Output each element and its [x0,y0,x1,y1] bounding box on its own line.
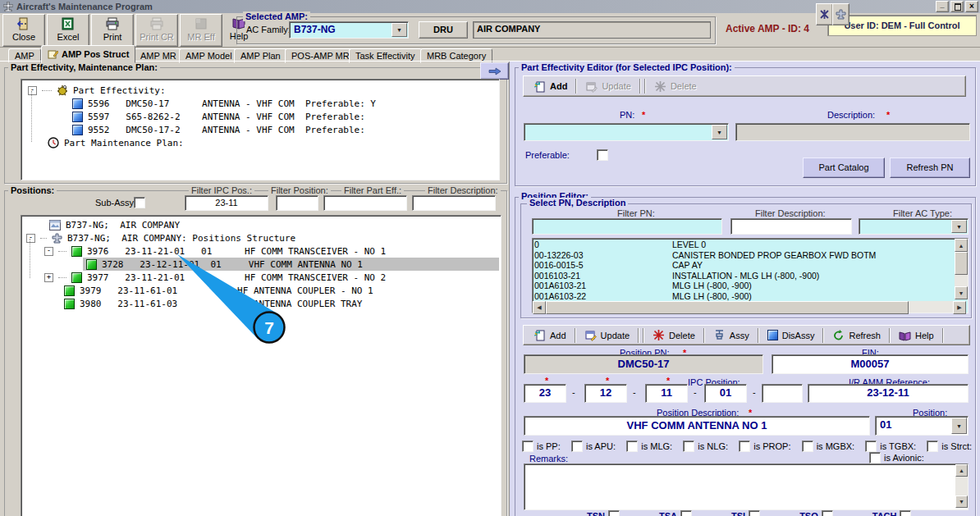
close-window-button[interactable]: × [965,1,978,12]
is-apu-checkbox[interactable] [571,441,583,452]
scroll-up-icon[interactable]: ▲ [955,464,968,477]
list-item[interactable]: 001A6103-21MLG LH (-800, -900) [534,281,953,291]
is-nlg-checkbox[interactable] [683,441,694,452]
is-mgbx-checkbox[interactable] [802,441,813,452]
assy-button[interactable]: Assy [707,327,756,344]
position-combo[interactable]: 01 ▼ [875,416,969,436]
list-item[interactable]: 0016-0015-5CAP AY [534,260,953,271]
tree-row[interactable]: 5597 S65-8262-2 ANTENNA - VHF COM Prefer… [72,110,365,123]
flag-is-strct[interactable]: is Strct: [927,441,972,452]
position-dropdown-icon[interactable]: ▼ [951,418,967,434]
description-field[interactable] [735,123,970,141]
filter-desc-input[interactable] [730,218,852,235]
list-item[interactable]: 0LEVEL 0 [534,240,953,250]
filter-ipc-input[interactable]: 23-11 [185,195,268,211]
update-position-button[interactable]: Update [578,327,636,344]
cutoff-checkbox[interactable] [749,510,760,516]
list-item[interactable]: 00-13226-03CANISTER BONDED PROP GEARBOX … [534,250,953,261]
delete-button[interactable]: Delete [648,78,703,94]
refresh-button[interactable]: Refresh [826,327,887,344]
print-button[interactable]: Print [91,14,134,47]
refresh-pn-button[interactable]: Refresh PN [890,158,970,178]
pn-combo[interactable]: ▼ [524,123,729,141]
cutoff-flag[interactable]: TSN [587,510,620,516]
tree-row[interactable]: - Part Effectivity: [28,84,166,97]
cutoff-flag[interactable]: TSA [659,510,692,516]
restore-button[interactable] [950,1,964,12]
list-item[interactable]: 0016103-21INSTALLATION - MLG LH (-800, -… [534,271,953,281]
flag-is-mlg[interactable]: is MLG: [626,441,672,452]
print-cr-button[interactable]: Print CR [135,14,178,47]
flag-is-nlg[interactable]: is NLG: [683,441,728,452]
help-editor-button[interactable]: Help [892,327,941,344]
filter-part-eff-input[interactable] [323,195,407,211]
remarks-v-scrollbar[interactable]: ▲ ▼ [955,464,968,508]
tree-row[interactable]: B737-NG; AIR COMPANY [49,218,180,231]
is-avionic-checkbox[interactable] [869,452,881,463]
is-strct-checkbox[interactable] [927,441,938,452]
filter-position-input[interactable] [276,195,318,211]
cutoff-checkbox[interactable] [900,510,911,516]
flag-is-tgbx[interactable]: is TGBX: [865,441,916,452]
tree-row[interactable]: 9552 DMC50-17-2 ANTENNA - VHF COM Prefer… [72,123,365,136]
filter-description-input[interactable] [412,195,496,211]
mr-eff-button[interactable]: MR Eff [180,14,222,47]
close-button[interactable]: Close [2,14,45,47]
flag-is-prop[interactable]: is PROP: [739,441,790,452]
mdi-tool-button-2[interactable] [832,3,849,25]
v-scrollbar[interactable]: ▲ ▼ [955,239,968,299]
excel-button[interactable]: Excel [47,14,89,47]
expander-icon[interactable]: + [44,273,53,282]
is-pp-checkbox[interactable] [522,441,534,452]
dru-button[interactable]: DRU [419,21,468,39]
list-item[interactable]: 001A6103-22MLG LH (-800, -900) [534,291,953,302]
flag-is-apu[interactable]: is APU: [571,441,616,452]
ipc-segment-1[interactable]: 23 [524,384,566,403]
tree-row[interactable]: - B737-NG; AIR COMPANY: Positions Struct… [26,231,295,244]
ac-family-dropdown-icon[interactable]: ▼ [392,23,407,37]
flag-is-pp[interactable]: is PP: [522,441,561,452]
flag-is-avionic[interactable]: is Avionic: [869,452,924,463]
cutoff-flag[interactable]: TSO [799,510,833,516]
scroll-left-icon[interactable]: ◀ [533,301,546,314]
preferable-checkbox[interactable] [597,149,608,161]
disassy-button[interactable]: DisAssy [761,327,822,344]
delete-position-button[interactable]: Delete [646,327,702,344]
cutoff-flag[interactable]: TSI [731,510,760,516]
amm-reference-field[interactable]: 23-12-11 [808,384,969,403]
is-prop-checkbox[interactable] [739,441,750,452]
is-mlg-checkbox[interactable] [626,441,638,452]
minimize-button[interactable]: _ [936,1,949,12]
part-effectivity-tree[interactable]: - Part Effectivity: 5596 DMC50-17 ANTENN… [21,79,500,180]
update-button[interactable]: Update [579,78,637,94]
fin-field[interactable]: M00057 [772,354,969,374]
position-description-field[interactable]: VHF COMM ANTENNA NO 1 [524,416,870,436]
add-position-button[interactable]: Add [527,327,573,344]
cutoff-checkbox[interactable] [822,510,833,516]
scroll-down-icon[interactable]: ▼ [955,495,968,508]
expander-icon[interactable]: - [44,247,53,256]
cutoff-flag[interactable]: TACH [872,510,912,516]
ipc-segment-5[interactable] [762,384,803,403]
part-catalog-button[interactable]: Part Catalog [803,158,885,178]
position-pn-field[interactable]: DMC50-17 [524,354,763,374]
sub-assy-checkbox[interactable] [134,197,145,208]
tab-amp-pos-struct[interactable]: AMP Pos Struct [41,45,135,63]
add-button[interactable]: Add [527,78,574,94]
ipc-segment-3[interactable]: 11 [645,384,688,403]
pn-description-list[interactable]: 0LEVEL 0 00-13226-03CANISTER BONDED PROP… [532,238,969,313]
tree-row[interactable]: 5596 DMC50-17 ANTENNA - VHF COM Preferab… [72,97,376,110]
h-scroll-thumb[interactable] [546,301,909,314]
ac-family-combo[interactable]: B737-NG ▼ [289,21,409,39]
collapse-panel-button[interactable] [480,62,509,80]
remarks-textarea[interactable]: ▲ ▼ [524,463,969,510]
mdi-tool-button-1[interactable] [816,3,833,25]
filter-ac-type-combo[interactable]: ▼ [859,218,969,235]
filter-pn-input[interactable] [532,218,722,235]
scroll-right-icon[interactable]: ▶ [953,301,966,314]
v-scroll-thumb[interactable] [955,252,968,275]
scroll-down-icon[interactable]: ▼ [955,286,968,299]
scroll-up-icon[interactable]: ▲ [955,239,968,252]
pn-dropdown-icon[interactable]: ▼ [712,125,727,139]
h-scrollbar[interactable]: ◀ ▶ [533,301,966,313]
